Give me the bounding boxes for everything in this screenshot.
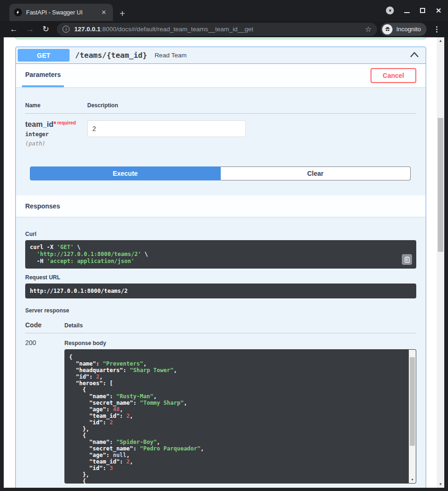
incognito-label: Incognito (396, 26, 421, 33)
address-bar[interactable]: i 127.0.0.1:8000/docs#/default/read_team… (57, 23, 377, 36)
tab-parameters[interactable]: Parameters (22, 64, 64, 87)
previous-endpoint-partial[interactable] (15, 37, 426, 39)
new-tab-button[interactable]: + (119, 8, 125, 18)
response-body-json: { "name": "Preventers", "headquarters": … (69, 354, 404, 484)
endpoint-summary: Read Team (154, 52, 187, 59)
response-row: 200 Response body { "name": "Preventers"… (25, 333, 416, 484)
code-column-header: Code (25, 321, 64, 329)
description-column-header: Description (87, 102, 118, 109)
team-id-input[interactable] (87, 120, 246, 137)
swagger-page: GET /teams/{team_id} Read Team Parameter… (4, 37, 444, 488)
parameters-table: Name Description team_id*required intege… (16, 87, 426, 166)
cancel-button[interactable]: Cancel (371, 68, 416, 83)
clear-button[interactable]: Clear (221, 166, 411, 180)
request-url-block: http://127.0.0.1:8000/teams/2 (25, 284, 416, 298)
curl-label: Curl (25, 231, 416, 237)
page-scroll-down-icon[interactable]: ▼ (437, 481, 444, 488)
bookmark-star-icon[interactable]: ☆ (365, 25, 371, 34)
responses-title: Responses (25, 202, 60, 210)
browser-toolbar: ← → ↻ i 127.0.0.1:8000/docs#/default/rea… (0, 21, 448, 37)
response-body-scrollbar[interactable]: ▲ ▼ (409, 350, 416, 483)
page-scrollbar-thumb[interactable] (438, 118, 443, 252)
browser-tab[interactable]: FastAPI - Swagger UI ✕ (9, 4, 113, 21)
parameters-section-header: Parameters Cancel (16, 64, 426, 87)
response-body-label: Response body (64, 340, 416, 346)
tab-strip: FastAPI - Swagger UI ✕ + ▼ ✕ (0, 0, 448, 21)
opblock-get-teams-team-id: GET /teams/{team_id} Read Team Parameter… (15, 47, 426, 488)
scrollbar-thumb[interactable] (410, 357, 415, 446)
curl-command-block: curl -X 'GET' \ 'http://127.0.0.1:8000/t… (25, 240, 416, 269)
responses-section-header: Responses (16, 195, 426, 217)
reload-button[interactable]: ↻ (42, 25, 49, 33)
parameter-row: team_id*required integer (path) (25, 114, 416, 147)
fastapi-favicon-icon (14, 8, 22, 16)
parameter-name: team_id*required (25, 120, 87, 129)
opblock-header[interactable]: GET /teams/{team_id} Read Team (16, 47, 426, 64)
incognito-badge: Incognito (381, 23, 427, 36)
parameter-location: (path) (25, 140, 87, 147)
details-column-header: Details (64, 322, 83, 329)
parameter-type: integer (25, 131, 87, 138)
copy-to-clipboard-button[interactable] (402, 254, 412, 265)
browser-menu-icon[interactable]: ⋮ (433, 25, 441, 34)
page-scroll-up-icon[interactable]: ▲ (437, 37, 444, 44)
url-text: 127.0.0.1:8000/docs#/default/read_team_t… (74, 26, 361, 33)
server-response-label: Server response (25, 307, 416, 314)
parameters-tab-label: Parameters (25, 71, 61, 78)
response-body-block: { "name": "Preventers", "headquarters": … (64, 349, 416, 484)
execute-button-group: Execute Clear (30, 166, 411, 180)
site-info-icon[interactable]: i (63, 26, 70, 33)
forward-button[interactable]: → (26, 25, 34, 33)
scroll-down-icon[interactable]: ▼ (409, 477, 416, 483)
url-host: 127.0.0.1 (74, 26, 100, 33)
tab-close-icon[interactable]: ✕ (99, 8, 108, 17)
required-star: * (53, 120, 56, 128)
name-column-header: Name (25, 102, 87, 109)
tab-title: FastAPI - Swagger UI (26, 9, 99, 16)
collapse-chevron-icon[interactable] (410, 51, 419, 60)
request-url-value: http://127.0.0.1:8000/teams/2 (30, 288, 128, 294)
status-code: 200 (25, 339, 64, 484)
window-close-button[interactable]: ✕ (435, 7, 441, 14)
back-button[interactable]: ← (10, 25, 18, 33)
responses-body: Curl curl -X 'GET' \ 'http://127.0.0.1:8… (16, 217, 426, 484)
tab-search-chevron-icon[interactable]: ▼ (386, 7, 394, 14)
execute-button[interactable]: Execute (30, 166, 221, 180)
maximize-button[interactable] (420, 8, 425, 13)
endpoint-path: /teams/{team_id} (75, 51, 147, 60)
required-label: required (57, 120, 76, 125)
method-badge: GET (18, 49, 70, 62)
request-url-label: Request URL (25, 274, 416, 281)
browser-chrome: FastAPI - Swagger UI ✕ + ▼ ✕ ← → ↻ i 127… (0, 0, 448, 37)
incognito-icon (382, 24, 392, 35)
page-scrollbar[interactable]: ▲ ▼ (437, 37, 444, 488)
minimize-button[interactable] (404, 12, 410, 13)
url-path: :8000/docs#/default/read_team_teams__tea… (101, 26, 253, 33)
